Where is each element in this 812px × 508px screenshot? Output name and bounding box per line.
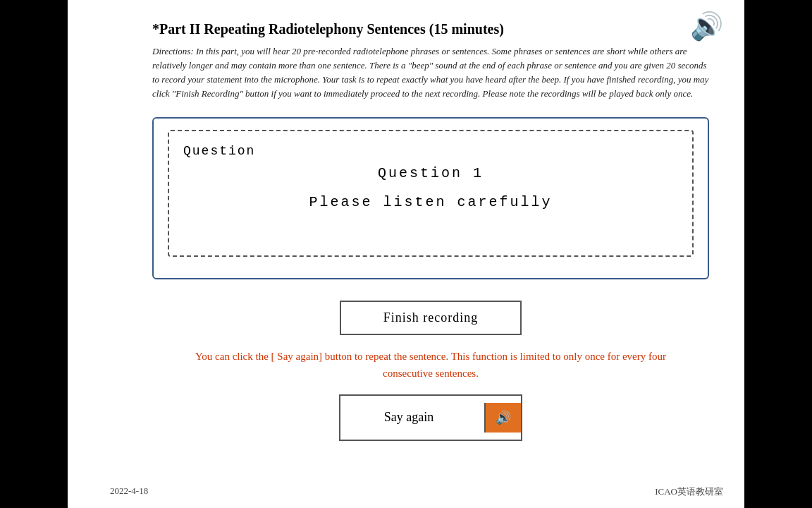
say-again-volume-icon: 🔊: [484, 403, 521, 433]
question-instruction: Please listen carefully: [183, 194, 678, 210]
finish-recording-button[interactable]: Finish recording: [340, 301, 522, 335]
question-box-inner: Question Question 1 Please listen carefu…: [168, 130, 694, 257]
question-box: Question Question 1 Please listen carefu…: [152, 117, 709, 279]
say-again-label: Say again: [340, 410, 484, 425]
question-number: Question 1: [183, 165, 678, 181]
directions-text: Directions: In this part, you will hear …: [152, 44, 709, 102]
page-title: *Part II Repeating Radiotelephony Senten…: [152, 21, 709, 37]
footer-date: 2022-4-18: [110, 485, 148, 498]
notice-text: You can click the [ Say again] button to…: [152, 348, 709, 382]
main-panel: 🔊 *Part II Repeating Radiotelephony Sent…: [68, 0, 744, 508]
say-again-container: Say again 🔊: [152, 394, 709, 441]
finish-btn-container: Finish recording: [152, 301, 709, 335]
footer: 2022-4-18 ICAO英语教研室: [68, 485, 744, 498]
footer-brand: ICAO英语教研室: [655, 485, 723, 498]
volume-icon-top[interactable]: 🔊: [690, 13, 723, 40]
say-again-button[interactable]: Say again 🔊: [339, 394, 522, 441]
question-label: Question: [183, 144, 678, 158]
